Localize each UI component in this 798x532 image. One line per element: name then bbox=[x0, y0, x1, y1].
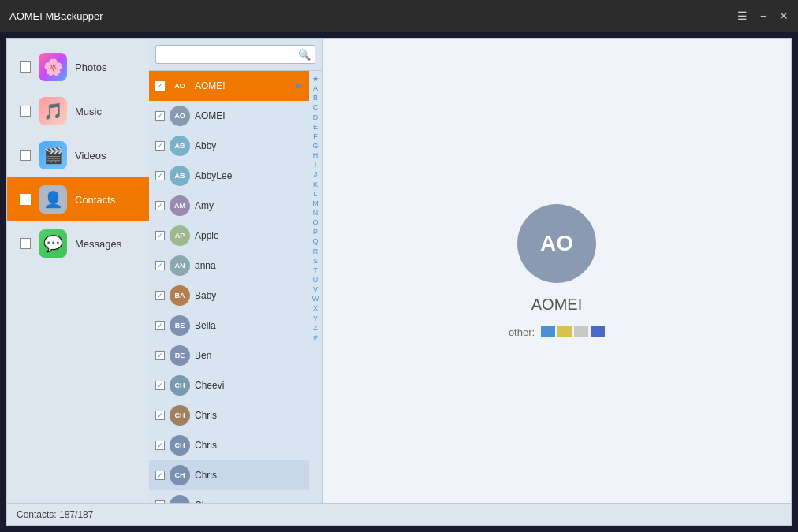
contact-checkbox[interactable]: ✓ bbox=[155, 321, 165, 330]
sidebar-checkbox-music[interactable] bbox=[20, 106, 31, 117]
color-chip bbox=[557, 326, 572, 337]
color-chip bbox=[574, 326, 588, 337]
contact-checkbox[interactable]: ✓ bbox=[155, 441, 165, 450]
contact-checkbox[interactable]: ✓ bbox=[155, 500, 165, 503]
detail-avatar: AO bbox=[517, 204, 596, 283]
alpha-letter[interactable]: W bbox=[312, 294, 319, 303]
contact-name: AbbyLee bbox=[195, 170, 232, 181]
sidebar-item-photos[interactable]: 🌸Photos bbox=[7, 45, 149, 89]
sidebar-item-messages[interactable]: 💬Messages bbox=[7, 221, 149, 266]
contact-checkbox[interactable]: ✓ bbox=[155, 471, 165, 480]
contact-name: Apple bbox=[195, 230, 219, 241]
contact-checkbox[interactable]: ✓ bbox=[155, 141, 165, 151]
contact-item[interactable]: ✓CHChris bbox=[149, 400, 309, 430]
color-chip bbox=[541, 326, 555, 337]
alpha-letter[interactable]: E bbox=[313, 122, 318, 132]
alpha-letter[interactable]: Z bbox=[313, 323, 318, 333]
content-area: 🌸Photos🎵Music🎬Videos✓👤Contacts💬Messages … bbox=[7, 39, 791, 503]
contact-item[interactable]: ✓APApple bbox=[149, 221, 309, 251]
alpha-letter[interactable]: ★ bbox=[312, 74, 319, 84]
contact-item[interactable]: ✓BEBen bbox=[149, 340, 309, 370]
contact-name: Abby bbox=[195, 140, 216, 151]
contact-item[interactable]: ✓ABAbby bbox=[149, 131, 309, 161]
contacts-count: Contacts: 187/187 bbox=[17, 509, 93, 520]
alpha-letter[interactable]: J bbox=[314, 169, 318, 179]
alpha-letter[interactable]: M bbox=[312, 199, 319, 208]
contact-item[interactable]: ✓CHCheevi bbox=[149, 370, 309, 400]
alpha-letter[interactable]: N bbox=[313, 208, 319, 218]
contact-checkbox[interactable]: ✓ bbox=[155, 351, 165, 360]
sidebar-checkbox-photos[interactable] bbox=[20, 61, 31, 73]
sidebar-checkbox-contacts[interactable]: ✓ bbox=[20, 194, 31, 205]
sidebar-item-music[interactable]: 🎵Music bbox=[7, 89, 149, 133]
contact-item[interactable]: ✓AMAmy bbox=[149, 191, 309, 221]
minimize-icon[interactable]: − bbox=[760, 9, 766, 22]
contact-item[interactable]: ✓AOAOMEI★ bbox=[149, 71, 309, 101]
alpha-letter[interactable]: U bbox=[313, 275, 319, 285]
color-chip bbox=[591, 326, 605, 337]
contact-checkbox[interactable]: ✓ bbox=[155, 111, 165, 121]
contact-name: Chris bbox=[195, 440, 217, 451]
sidebar-checkbox-messages[interactable] bbox=[20, 238, 31, 249]
contact-avatar: BE bbox=[170, 345, 190, 366]
search-input[interactable] bbox=[155, 45, 315, 64]
alpha-letter[interactable]: V bbox=[313, 285, 318, 294]
alpha-letter[interactable]: B bbox=[313, 93, 318, 102]
contact-avatar: AB bbox=[170, 166, 190, 186]
contact-name: Chris bbox=[195, 500, 217, 503]
list-icon[interactable]: ☰ bbox=[737, 9, 748, 22]
alpha-letter[interactable]: H bbox=[313, 151, 319, 160]
contact-avatar: BA bbox=[170, 285, 190, 306]
alpha-index[interactable]: ★ABCDEFGHIJKLMNOPQRSTUVWXYZ# bbox=[309, 71, 322, 503]
alpha-letter[interactable]: F bbox=[313, 132, 318, 141]
contact-checkbox[interactable]: ✓ bbox=[155, 231, 165, 240]
contact-avatar: CH bbox=[170, 495, 190, 503]
contact-avatar: AO bbox=[170, 106, 190, 126]
sidebar-item-contacts[interactable]: ✓👤Contacts bbox=[7, 177, 149, 221]
contact-item[interactable]: ✓CHChris bbox=[149, 430, 309, 460]
contact-avatar: AN bbox=[170, 255, 190, 276]
alpha-letter[interactable]: S bbox=[313, 256, 318, 266]
other-label: other: bbox=[509, 326, 535, 338]
alpha-letter[interactable]: R bbox=[313, 247, 319, 256]
sidebar-icon-music: 🎵 bbox=[39, 97, 67, 125]
sidebar-checkbox-videos[interactable] bbox=[20, 150, 31, 161]
color-chips bbox=[541, 326, 605, 337]
contact-avatar: BE bbox=[170, 315, 190, 336]
alpha-letter[interactable]: O bbox=[312, 218, 318, 227]
contact-item[interactable]: ✓BABaby bbox=[149, 281, 309, 311]
alpha-letter[interactable]: A bbox=[313, 84, 318, 93]
contact-avatar: CH bbox=[170, 435, 190, 456]
contact-checkbox[interactable]: ✓ bbox=[155, 81, 165, 91]
alpha-letter[interactable]: I bbox=[315, 160, 317, 169]
alpha-letter[interactable]: Y bbox=[313, 314, 318, 323]
sidebar-icon-messages: 💬 bbox=[39, 229, 67, 258]
alpha-letter[interactable]: Q bbox=[312, 236, 318, 246]
contact-item[interactable]: ✓BEBella bbox=[149, 311, 309, 340]
contacts-list: ✓AOAOMEI★✓AOAOMEI✓ABAbby✓ABAbbyLee✓AMAmy… bbox=[149, 71, 309, 503]
contact-item[interactable]: ✓ABAbbyLee bbox=[149, 161, 309, 191]
contact-checkbox[interactable]: ✓ bbox=[155, 381, 165, 390]
contact-checkbox[interactable]: ✓ bbox=[155, 171, 165, 180]
contact-checkbox[interactable]: ✓ bbox=[155, 201, 165, 210]
alpha-letter[interactable]: D bbox=[313, 113, 319, 122]
alpha-letter[interactable]: # bbox=[313, 333, 317, 342]
contact-checkbox[interactable]: ✓ bbox=[155, 411, 165, 420]
alpha-letter[interactable]: C bbox=[313, 102, 319, 112]
alpha-letter[interactable]: T bbox=[313, 266, 318, 275]
contact-checkbox[interactable]: ✓ bbox=[155, 291, 165, 300]
alpha-letter[interactable]: K bbox=[313, 180, 318, 189]
alpha-letter[interactable]: G bbox=[312, 141, 318, 151]
sidebar-icon-videos: 🎬 bbox=[39, 141, 67, 169]
contact-item[interactable]: ✓CHChris bbox=[149, 490, 309, 503]
contact-item[interactable]: ✓CHChris bbox=[149, 460, 309, 490]
contact-item[interactable]: ✓ANanna bbox=[149, 251, 309, 281]
contact-item[interactable]: ✓AOAOMEI bbox=[149, 101, 309, 131]
sidebar-item-videos[interactable]: 🎬Videos bbox=[7, 133, 149, 177]
contact-name: Chris bbox=[195, 410, 217, 421]
alpha-letter[interactable]: L bbox=[313, 189, 317, 199]
alpha-letter[interactable]: P bbox=[313, 227, 318, 236]
alpha-letter[interactable]: X bbox=[313, 303, 318, 313]
contact-checkbox[interactable]: ✓ bbox=[155, 261, 165, 270]
close-icon[interactable]: ✕ bbox=[779, 9, 789, 22]
